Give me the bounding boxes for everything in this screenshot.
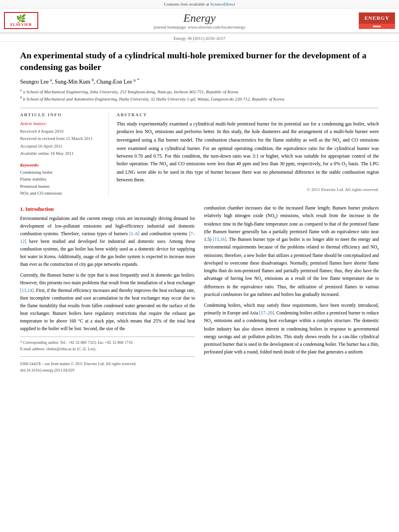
article-info-label: ARTICLE INFO [20, 112, 103, 117]
homepage-text: journal homepage: www.elsevier.com/locat… [154, 25, 245, 29]
footnotes: * Corresponding author. Tel.: +82 32 860… [20, 337, 195, 374]
article-info-abstract-section: ARTICLE INFO Article history: Received 4… [20, 108, 379, 197]
keywords-label: Keywords: [20, 162, 103, 167]
authors: Seungro Lee a, Sung-Min Kum b, Chang-Eon… [20, 78, 379, 85]
sciencedirect-label: Contents lists available at [164, 2, 210, 6]
intro-paragraph-2: Currently, the Bunsen burner is the type… [20, 271, 195, 333]
journal-header: 🌿 ELSEVIER Energy journal homepage: www.… [0, 8, 399, 33]
copyright: © 2011 Elsevier Ltd. All rights reserved… [117, 187, 379, 192]
footnote-corresponding: * Corresponding author. Tel.: +82 32 860… [20, 339, 195, 346]
intro-number: 1. [20, 206, 24, 212]
journal-homepage: journal homepage: www.elsevier.com/locat… [40, 25, 359, 29]
article-top-info: Energy 36 (2011) 4150–4157 [0, 33, 399, 42]
main-right-column: combustion chamber increases due to the … [204, 204, 379, 374]
abstract-label: ABSTRACT [117, 112, 379, 117]
article-title: An experimental study of a cylindrical m… [20, 50, 379, 73]
energy-label: ENERGY [362, 15, 392, 21]
journal-center: Energy journal homepage: www.elsevier.co… [40, 12, 359, 29]
abstract-column: ABSTRACT This study experimentally exami… [117, 112, 379, 197]
article-body: An experimental study of a cylindrical m… [0, 42, 399, 382]
abstract-text: This study experimentally examined a cyl… [117, 120, 379, 184]
elsevier-logo: 🌿 ELSEVIER [4, 12, 40, 29]
energy-logo-sub: ■■■■ [359, 24, 395, 29]
main-left-column: 1. Introduction Environmental regulation… [20, 204, 195, 374]
received-date: Received 4 August 2010 [20, 128, 103, 135]
intro-title-text: Introduction [25, 206, 54, 212]
ref-15-16[interactable]: [15,16] [213, 237, 226, 242]
doi-link[interactable]: 10.1016/j.energy.2011.04.029 [27, 368, 74, 372]
top-bar: Contents lists available at ScienceDirec… [0, 0, 399, 8]
elsevier-leaves-icon: 🌿 [6, 14, 36, 23]
sciencedirect-link[interactable]: ScienceDirect [210, 2, 235, 6]
energy-logo-box: ENERGY [359, 12, 395, 24]
history-label: Article history: [20, 121, 47, 126]
page: Contents lists available at ScienceDirec… [0, 0, 399, 532]
keyword-1: Condensing boiler [20, 169, 103, 176]
affiliations: a a School of Mechanical Engineering, In… [20, 88, 379, 102]
article-history-label: Article history: [20, 120, 103, 127]
keyword-3: Premixed burner [20, 183, 103, 190]
footnote-doi: doi:10.1016/j.energy.2011.04.029 [20, 367, 195, 374]
email-link[interactable]: chelee@inha.ac.kr [46, 347, 76, 351]
ref-17-20[interactable]: [17–20] [259, 310, 274, 315]
right-paragraph-1: combustion chamber increases due to the … [204, 204, 379, 298]
keyword-4: NOx and CO emissions [20, 190, 103, 197]
keywords-section: Keywords: Condensing boiler Flame stabil… [20, 162, 103, 197]
ref-1-6[interactable]: [1–6] [130, 231, 140, 236]
accepted-date: Accepted 16 April 2011 [20, 143, 103, 150]
article-citation: Energy 36 (2011) 4150–4157 [173, 36, 225, 41]
elsevier-logo-box: 🌿 ELSEVIER [4, 12, 38, 29]
affiliation-b: b School of Mechanical and Automotive En… [23, 97, 284, 101]
ref-13-14[interactable]: [13,14] [20, 288, 34, 293]
introduction-title: 1. Introduction [20, 206, 195, 212]
keyword-2: Flame stability [20, 176, 103, 183]
article-info-column: ARTICLE INFO Article history: Received 4… [20, 112, 109, 197]
footnote-divider [20, 356, 195, 357]
main-content: 1. Introduction Environmental regulation… [20, 204, 379, 374]
intro-paragraph-1: Environmental regulations and the curren… [20, 215, 195, 268]
energy-logo-right: ENERGY ■■■■ [359, 12, 395, 29]
elsevier-text: ELSEVIER [6, 23, 36, 27]
footnote-email: E-mail address: chelee@inha.ac.kr (C.-E.… [20, 346, 195, 352]
ref-7-12[interactable]: [7–12] [20, 231, 195, 244]
affiliation-a: a School of Mechanical Engineering, Inha… [23, 89, 238, 94]
journal-name: Energy [40, 12, 359, 25]
right-paragraph-2: Condensing boilers, which may satisfy th… [204, 302, 379, 356]
received-revised-date: Received in revised form 15 March 2011 [20, 135, 103, 142]
available-online-date: Available online 18 May 2011 [20, 150, 103, 157]
footnote-issn: 0360-5442/$ – see front matter © 2011 El… [20, 361, 195, 367]
